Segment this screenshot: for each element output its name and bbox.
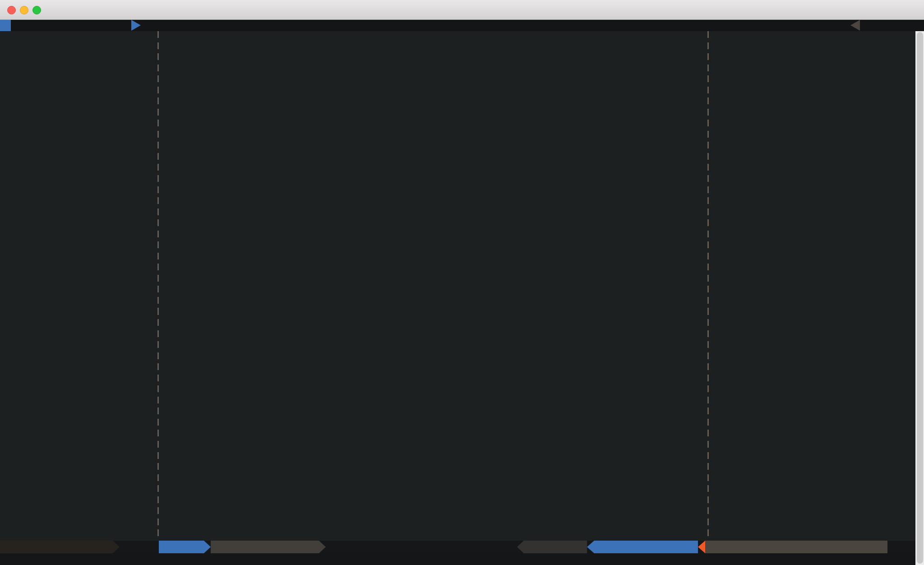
- powerline-arrow-icon: [587, 541, 594, 553]
- buffers-arrow-icon: [850, 20, 860, 31]
- command-line: [0, 553, 924, 565]
- terminal-window: [0, 0, 924, 565]
- powerline-arrow-orange-icon: [698, 541, 705, 553]
- tagbar-statusline: [705, 541, 887, 553]
- scrollbar-thumb[interactable]: [917, 32, 923, 564]
- window-title: [0, 0, 924, 20]
- git-segment: [211, 541, 319, 553]
- code-editor: [159, 31, 707, 541]
- powerline-arrow-icon: [319, 541, 326, 553]
- tab-train-retr-from-cls[interactable]: [0, 20, 11, 31]
- nerdtree-panel: [0, 31, 157, 541]
- macos-titlebar: [0, 0, 924, 20]
- vim-tabline: [0, 20, 924, 31]
- statusline: [0, 541, 924, 553]
- powerline-arrow-icon: [204, 541, 211, 553]
- window-separator: [707, 31, 709, 541]
- mode-indicator: [159, 541, 204, 553]
- statusline-position: [594, 541, 698, 553]
- powerline-arrow-icon: [113, 541, 120, 553]
- tab-arrow-icon: [131, 20, 141, 31]
- statusline-encoding: [524, 541, 587, 553]
- window-separator: [157, 31, 159, 541]
- powerline-arrow-icon: [517, 541, 524, 553]
- tagbar-panel: [709, 31, 915, 541]
- statusline-cwd: [0, 541, 113, 553]
- scrollbar-track: [915, 31, 924, 565]
